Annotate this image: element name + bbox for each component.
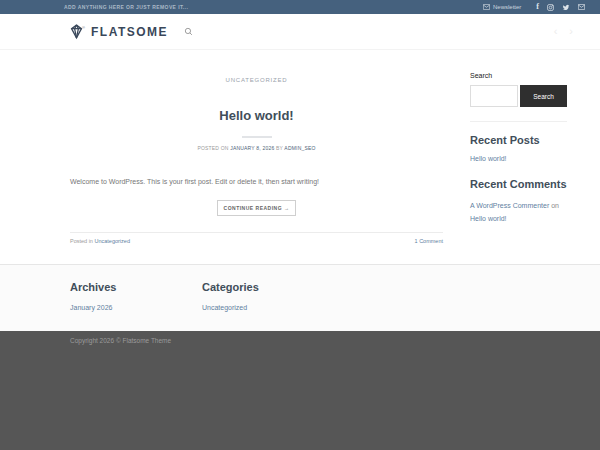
post-author-link[interactable]: ADMIN_SEO — [284, 145, 315, 151]
twitter-icon[interactable] — [562, 4, 570, 11]
social-icons: f — [536, 3, 585, 11]
sidebar-search-button[interactable]: Search — [520, 85, 567, 107]
title-divider — [242, 136, 272, 138]
posted-on-label: POSTED ON — [197, 145, 228, 151]
archives-title: Archives — [70, 281, 202, 293]
continue-reading-button[interactable]: CONTINUE READING → — [217, 200, 297, 216]
site-header: ® FLATSOME ‹ › — [0, 14, 600, 50]
logo-registered-mark: ® — [82, 25, 85, 30]
header-arrows: ‹ › — [554, 26, 585, 37]
envelope-icon — [483, 4, 490, 10]
instagram-glyph — [547, 4, 554, 11]
facebook-icon[interactable]: f — [536, 3, 539, 11]
site-logo[interactable]: ® FLATSOME — [68, 23, 168, 40]
posted-in-category-link[interactable]: Uncategorized — [94, 238, 129, 244]
comment-post-link[interactable]: Hello world! — [470, 215, 507, 222]
topbar-right: Newsletter f — [483, 3, 585, 11]
sidebar-search-form: Search — [470, 85, 567, 107]
posted-in-label: Posted in — [70, 238, 93, 244]
post-date-link[interactable]: JANUARY 8, 2026 — [230, 145, 274, 151]
recent-post-link[interactable]: Hello world! — [470, 155, 567, 162]
sidebar: Search Search Recent Posts Hello world! … — [470, 50, 567, 244]
post-category-link[interactable]: UNCATEGORIZED — [226, 77, 288, 83]
sidebar-search-input[interactable] — [470, 85, 518, 107]
post-article: UNCATEGORIZED Hello world! POSTED ON JAN… — [70, 50, 443, 244]
instagram-icon[interactable] — [547, 4, 554, 11]
copyright-text: Copyright 2026 © Flatsome Theme — [70, 337, 585, 344]
post-excerpt: Welcome to WordPress. This is your first… — [70, 177, 443, 187]
post-meta: POSTED ON JANUARY 8, 2026 BY ADMIN_SEO — [70, 145, 443, 151]
top-bar: ADD ANYTHING HERE OR JUST REMOVE IT... N… — [0, 0, 600, 14]
post-category-row: UNCATEGORIZED — [70, 68, 443, 86]
footer-archives-widget: Archives January 2026 — [70, 281, 202, 331]
twitter-glyph — [562, 4, 570, 11]
next-arrow[interactable]: › — [569, 26, 573, 37]
newsletter-label: Newsletter — [493, 4, 521, 10]
page: ADD ANYTHING HERE OR JUST REMOVE IT... N… — [0, 0, 600, 450]
recent-comments-title: Recent Comments — [470, 178, 567, 190]
header-search-icon[interactable] — [184, 27, 193, 36]
entry-meta: Posted in Uncategorized 1 Comment — [70, 232, 443, 244]
post-title-row: Hello world! — [70, 91, 443, 128]
email-glyph — [578, 4, 585, 10]
categories-title: Categories — [202, 281, 334, 293]
newsletter-link[interactable]: Newsletter — [483, 4, 521, 10]
email-icon[interactable] — [578, 4, 585, 10]
comment-on-label: on — [551, 202, 559, 209]
topbar-message: ADD ANYTHING HERE OR JUST REMOVE IT... — [64, 4, 188, 10]
archive-link[interactable]: January 2026 — [70, 304, 202, 311]
footer-categories-widget: Categories Uncategorized — [202, 281, 334, 331]
absolute-footer: Copyright 2026 © Flatsome Theme — [0, 331, 600, 450]
by-label: BY — [276, 145, 283, 151]
category-link[interactable]: Uncategorized — [202, 304, 334, 311]
post-title-link[interactable]: Hello world! — [219, 108, 293, 123]
comments-link[interactable]: 1 Comment — [415, 238, 443, 244]
footer-widgets: Archives January 2026 Categories Uncateg… — [0, 264, 600, 331]
comment-author-link[interactable]: A WordPress Commenter — [470, 202, 549, 209]
posted-in: Posted in Uncategorized — [70, 238, 130, 244]
recent-comment-item: A WordPress Commenter on Hello world! — [470, 199, 567, 226]
prev-arrow[interactable]: ‹ — [554, 26, 558, 37]
continue-reading-row: CONTINUE READING → — [70, 196, 443, 216]
recent-posts-title: Recent Posts — [470, 134, 567, 146]
widget-divider — [470, 121, 567, 122]
site-title: FLATSOME — [91, 25, 168, 39]
sidebar-search-label: Search — [470, 72, 567, 79]
main-content: UNCATEGORIZED Hello world! POSTED ON JAN… — [70, 50, 567, 244]
